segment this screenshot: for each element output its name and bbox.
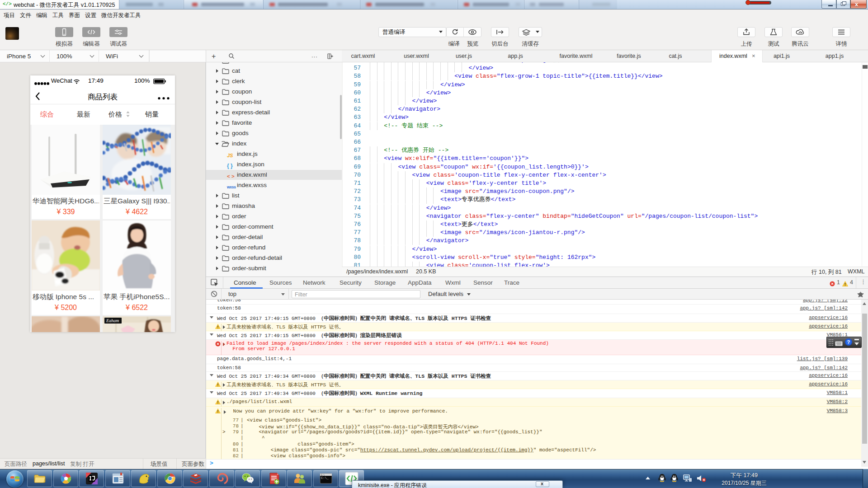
- svg-text:C:\_: C:\_: [321, 474, 326, 476]
- svg-text:Eaham: Eaham: [106, 318, 119, 323]
- svg-text:C:\_: C:\_: [321, 476, 329, 480]
- svg-text:?: ?: [847, 339, 850, 345]
